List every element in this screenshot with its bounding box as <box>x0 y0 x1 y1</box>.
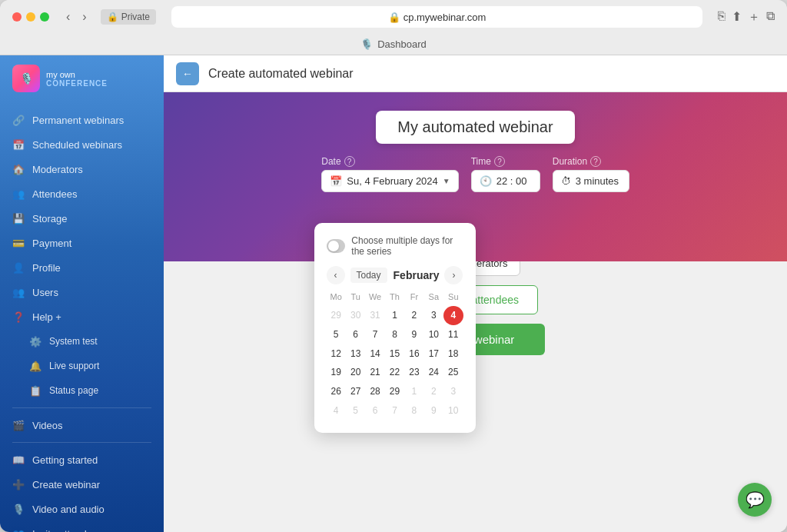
address-bar[interactable]: 🔒 cp.mywebinar.com <box>171 6 702 28</box>
cal-day-3[interactable]: 3 <box>424 306 443 325</box>
maximize-dot[interactable] <box>40 12 49 22</box>
forward-nav-button[interactable]: › <box>78 8 91 25</box>
date-input[interactable]: 📅 Su, 4 February 2024 ▼ <box>321 170 458 192</box>
minimize-dot[interactable] <box>26 12 35 22</box>
time-label: Time ? <box>471 156 540 167</box>
back-button[interactable]: ← <box>176 62 199 85</box>
sidebar-item-scheduled[interactable]: 📅 Scheduled webinars <box>0 132 164 157</box>
system-test-icon: ⚙️ <box>29 335 42 347</box>
duration-help-icon[interactable]: ? <box>590 156 601 167</box>
sidebar-item-permanent[interactable]: 🔗 Permanent webinars <box>0 108 164 132</box>
cal-day-14[interactable]: 14 <box>365 344 384 364</box>
logo-text: my own CONFERENCE <box>46 70 108 88</box>
cal-day-5[interactable]: 5 <box>327 325 346 344</box>
sidebar-item-system-test[interactable]: ⚙️ System test <box>0 329 164 354</box>
cal-day-18[interactable]: 18 <box>443 344 463 364</box>
day-header-th: Th <box>385 291 404 303</box>
cal-day-17[interactable]: 17 <box>424 344 443 364</box>
cal-day-2-next[interactable]: 2 <box>424 382 443 401</box>
permanent-icon: 🔗 <box>12 114 25 126</box>
sidebar-item-help[interactable]: ❓ Help + <box>0 304 164 329</box>
cal-day-1[interactable]: 1 <box>385 306 404 325</box>
sidebar-item-videos[interactable]: 🎬 Videos <box>0 413 164 437</box>
cal-day-29[interactable]: 29 <box>385 382 404 401</box>
sidebar-item-users[interactable]: 👥 Users <box>0 280 164 304</box>
cal-day-25[interactable]: 25 <box>443 363 463 382</box>
video-audio-icon: 🎙️ <box>12 503 25 515</box>
webinar-area: My automated webinar Date ? 📅 Su, 4 Fe <box>164 92 787 532</box>
date-help-icon[interactable]: ? <box>344 156 355 167</box>
cal-day-2[interactable]: 2 <box>404 306 423 325</box>
cal-day-26[interactable]: 26 <box>327 382 346 401</box>
cal-day-11[interactable]: 11 <box>443 325 463 344</box>
sidebar-item-getting-started[interactable]: 📖 Getting started <box>0 447 164 472</box>
cal-day-13[interactable]: 13 <box>346 344 365 364</box>
tab-label: Dashboard <box>377 38 427 50</box>
cal-day-8[interactable]: 8 <box>385 325 404 344</box>
cal-day-23[interactable]: 23 <box>404 363 423 382</box>
sidebar-label-videos: Videos <box>32 420 63 431</box>
cal-day-9[interactable]: 9 <box>404 325 423 344</box>
cal-day-3-next[interactable]: 3 <box>443 382 463 401</box>
cast-icon[interactable]: ⎘ <box>718 9 726 25</box>
cal-day-12[interactable]: 12 <box>327 344 346 364</box>
toggle-knob <box>328 241 339 251</box>
cal-day-4-next[interactable]: 4 <box>327 401 346 421</box>
logo-my-text: my own <box>46 70 108 79</box>
scheduled-icon: 📅 <box>12 138 25 151</box>
cal-day-7[interactable]: 7 <box>365 325 384 344</box>
sidebar-label-moderators: Moderators <box>32 164 83 175</box>
new-tab-icon[interactable]: ＋ <box>748 9 760 25</box>
time-field-group: Time ? 🕙 22 : 00 <box>471 156 540 192</box>
today-button[interactable]: Today <box>350 268 387 283</box>
cal-day-19[interactable]: 19 <box>327 363 346 382</box>
sidebar-item-profile[interactable]: 👤 Profile <box>0 255 164 280</box>
cal-day-20[interactable]: 20 <box>346 363 365 382</box>
day-header-su: Su <box>443 291 463 303</box>
cal-day-9-next[interactable]: 9 <box>424 401 443 421</box>
cal-day-6[interactable]: 6 <box>346 325 365 344</box>
share-icon[interactable]: ⬆ <box>732 9 742 25</box>
cal-day-21[interactable]: 21 <box>365 363 384 382</box>
cal-day-27[interactable]: 27 <box>346 382 365 401</box>
time-input[interactable]: 🕙 22 : 00 <box>471 170 540 192</box>
cal-day-6-next[interactable]: 6 <box>365 401 384 421</box>
calendar-week-2: 5 6 7 8 9 10 11 <box>327 325 463 344</box>
sidebar-item-invite-attendees[interactable]: 👥 Invite attendees <box>0 521 164 532</box>
sidebar-item-attendees[interactable]: 👥 Attendees <box>0 181 164 206</box>
cal-day-15[interactable]: 15 <box>385 344 404 364</box>
cal-day-7-next[interactable]: 7 <box>385 401 404 421</box>
cal-day-29-prev[interactable]: 29 <box>327 306 346 325</box>
tabs-icon[interactable]: ⧉ <box>766 9 775 25</box>
close-dot[interactable] <box>12 12 22 22</box>
cal-day-31-prev[interactable]: 31 <box>365 306 384 325</box>
cal-day-30-prev[interactable]: 30 <box>346 306 365 325</box>
cal-day-10-next[interactable]: 10 <box>443 401 463 421</box>
chat-bubble-button[interactable]: 💬 <box>738 483 772 517</box>
back-nav-button[interactable]: ‹ <box>61 8 75 25</box>
multiple-days-toggle[interactable] <box>327 239 346 253</box>
sidebar-item-video-audio[interactable]: 🎙️ Video and audio <box>0 497 164 521</box>
cal-day-10[interactable]: 10 <box>424 325 443 344</box>
cal-day-1-next[interactable]: 1 <box>404 382 423 401</box>
next-month-button[interactable]: › <box>444 266 463 284</box>
duration-input[interactable]: ⏱ 3 minutes <box>553 170 629 192</box>
sidebar-item-storage[interactable]: 💾 Storage <box>0 206 164 231</box>
sidebar-item-live-support[interactable]: 🔔 Live support <box>0 354 164 378</box>
calendar-icon: 📅 <box>330 175 342 187</box>
sidebar-item-status-page[interactable]: 📋 Status page <box>0 378 164 403</box>
time-help-icon[interactable]: ? <box>494 156 505 167</box>
cal-day-16[interactable]: 16 <box>404 344 423 364</box>
prev-month-button[interactable]: ‹ <box>327 266 345 284</box>
cal-day-5-next[interactable]: 5 <box>346 401 365 421</box>
cal-day-22[interactable]: 22 <box>385 363 404 382</box>
cal-day-24[interactable]: 24 <box>424 363 443 382</box>
lock-icon: 🔒 <box>388 12 400 23</box>
sidebar-item-moderators[interactable]: 🏠 Moderators <box>0 157 164 181</box>
sidebar-item-payment[interactable]: 💳 Payment <box>0 231 164 255</box>
sidebar-item-create-webinar[interactable]: ➕ Create webinar <box>0 472 164 497</box>
cal-day-28[interactable]: 28 <box>365 382 384 401</box>
cal-day-4-selected[interactable]: 4 <box>443 306 463 325</box>
storage-icon: 💾 <box>12 212 25 224</box>
cal-day-8-next[interactable]: 8 <box>404 401 423 421</box>
